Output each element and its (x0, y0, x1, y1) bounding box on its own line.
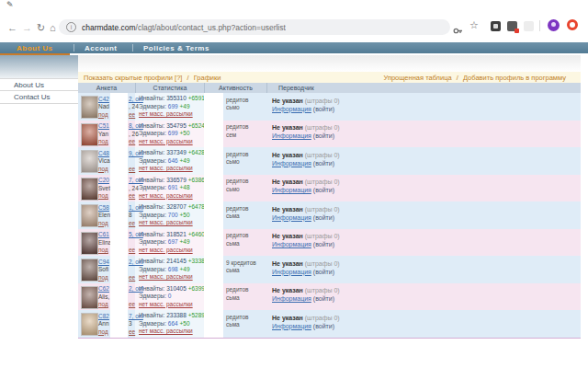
profile-id-link[interactable]: C42 (98, 96, 109, 102)
profile-id-suffix[interactable]: 5, onl (129, 231, 143, 239)
information-link[interactable]: Информация (272, 187, 311, 193)
profile-name: Svet (98, 185, 110, 191)
information-link[interactable]: Информация (272, 106, 311, 112)
activity-credits: редитов (226, 123, 266, 132)
information-link[interactable]: Информация (272, 214, 311, 221)
invites-value: 214145 (166, 258, 187, 264)
more-details-link-suffix[interactable]: ее (129, 220, 135, 228)
profile-avatar[interactable] (548, 19, 560, 31)
profile-photo[interactable] (81, 232, 98, 255)
home-button[interactable]: ⌂ (50, 19, 56, 36)
profile-photo[interactable] (81, 204, 98, 227)
more-details-link-suffix[interactable]: ее (129, 111, 135, 120)
information-link[interactable]: Информация (272, 323, 311, 329)
graphs-link[interactable]: Графики (194, 74, 221, 82)
more-details-link[interactable]: под (98, 301, 108, 307)
profile-photo[interactable] (81, 313, 98, 336)
printer-extension-icon[interactable] (507, 21, 517, 31)
add-profile-link[interactable]: Добавить профиль в программу (463, 74, 566, 82)
no-mass-mailing-link[interactable]: нет масс. рассылки (139, 192, 193, 199)
profile-id-suffix[interactable]: 2, onl (129, 96, 143, 104)
help-link[interactable]: [?] (175, 74, 182, 82)
sidebar-item-about-us[interactable]: About Us (0, 78, 78, 91)
no-mass-mailing-link[interactable]: нет масс. рассылки (139, 219, 193, 225)
pencil-icon: ✎ (6, 0, 14, 9)
stats-cell: Инвайты: 337349 +6428 Эдмаеры: 646 +49 н… (135, 147, 204, 175)
more-details-link[interactable]: под (98, 192, 108, 199)
profile-id-suffix[interactable]: 7, onl (129, 177, 143, 185)
profile-id-link[interactable]: C94 (98, 259, 109, 265)
more-details-link[interactable]: под (98, 111, 108, 118)
profile-photo[interactable] (81, 150, 98, 173)
more-details-link-suffix[interactable]: ее (129, 301, 135, 309)
more-details-link[interactable]: под (98, 166, 108, 172)
information-link[interactable]: Информация (272, 295, 311, 302)
information-link[interactable]: Информация (272, 132, 311, 139)
more-details-link-suffix[interactable]: ее (129, 328, 135, 337)
disabled-extension-icon[interactable] (524, 21, 534, 31)
url-bar[interactable]: i charmdate.com/clagt/about/contact_us.p… (59, 19, 450, 35)
record-icon[interactable] (567, 19, 578, 30)
no-mass-mailing-link[interactable]: нет масс. рассылки (139, 273, 193, 280)
login-label: (войти) (313, 269, 334, 275)
more-details-link[interactable]: под (98, 274, 108, 281)
simple-table-link[interactable]: Упрощенная таблица (383, 74, 451, 82)
more-details-link[interactable]: под (98, 138, 108, 144)
profile-id-link[interactable]: C48 (98, 150, 109, 156)
more-details-link-suffix[interactable]: ее (129, 138, 135, 146)
profile-photo[interactable] (81, 96, 98, 119)
profile-photo[interactable] (81, 123, 98, 146)
information-link[interactable]: Информация (272, 241, 311, 247)
back-button[interactable]: ← (7, 19, 17, 36)
table-row: C622, onl Alis, подее Инвайты: 310405 +6… (78, 283, 581, 311)
no-mass-mailing-link[interactable]: нет масс. рассылки (139, 301, 193, 307)
admirers-label: Эдмаеры: (139, 130, 166, 136)
stats-cell: Инвайты: 310405 +6399 Эдмаеры: 0 нет мас… (135, 283, 204, 311)
forward-button[interactable]: → (22, 19, 32, 36)
tab-account[interactable]: Account (85, 44, 118, 52)
no-mass-mailing-link[interactable]: нет масс. рассылки (139, 138, 193, 144)
key-icon[interactable] (453, 23, 463, 40)
profile-id-suffix[interactable]: 2, onl (129, 259, 143, 267)
invites-delta: +6591 (188, 95, 205, 101)
tab-about-us[interactable]: About Us (17, 44, 53, 52)
no-mass-mailing-link[interactable]: нет масс. рассылки (139, 165, 193, 171)
more-details-link-suffix[interactable]: ее (129, 192, 135, 201)
site-info-icon[interactable]: i (66, 22, 76, 32)
profile-photo[interactable] (81, 286, 98, 309)
more-details-link[interactable]: под (98, 247, 108, 253)
more-details-link[interactable]: под (98, 220, 108, 226)
profile-id-suffix[interactable]: 8, onl (129, 122, 143, 131)
profile-id-link[interactable]: C82 (98, 313, 109, 319)
more-details-link-suffix[interactable]: ее (129, 166, 135, 174)
header-statistika: Статистика (135, 83, 204, 93)
more-details-link[interactable]: под (98, 328, 108, 335)
more-details-link-suffix[interactable]: ее (129, 247, 135, 255)
reload-button[interactable]: ↻ (37, 19, 45, 36)
profile-id-link[interactable]: C61 (98, 231, 109, 237)
no-mass-mailing-link[interactable]: нет масс. рассылки (139, 110, 193, 117)
profile-id-link[interactable]: C62 (98, 285, 109, 292)
profile-id-link[interactable]: C51 (98, 122, 109, 129)
profile-id-suffix[interactable]: 7, onl (129, 313, 143, 321)
activity-letters: сьмо (226, 104, 266, 112)
profile-id-link[interactable]: C58 (98, 204, 109, 211)
profile-id-suffix[interactable]: 9, onl (129, 150, 143, 158)
more-details-link-suffix[interactable]: ее (129, 274, 135, 282)
profile-id-suffix[interactable]: 1, onl (129, 204, 143, 213)
information-link[interactable]: Информация (272, 160, 311, 167)
profile-photo[interactable] (81, 259, 98, 282)
activity-credits: редитов (226, 232, 266, 240)
sidebar-item-contact-us[interactable]: Contact Us (0, 91, 78, 104)
extension-icon[interactable] (491, 21, 501, 31)
show-hidden-profiles-link[interactable]: Показать скрытые профили (84, 74, 173, 82)
no-mass-mailing-link[interactable]: нет масс. рассылки (139, 328, 193, 334)
profile-photo[interactable] (81, 178, 98, 201)
profile-name: Elen (98, 212, 110, 218)
profile-id-link[interactable]: C20 (98, 177, 109, 183)
bookmark-star-icon[interactable]: ☆ (469, 19, 479, 31)
no-mass-mailing-link[interactable]: нет масс. рассылки (139, 247, 193, 253)
profile-id-suffix[interactable]: 2, onl (129, 285, 143, 293)
information-link[interactable]: Информация (272, 269, 311, 275)
tab-policies-terms[interactable]: Policies & Terms (143, 44, 209, 52)
